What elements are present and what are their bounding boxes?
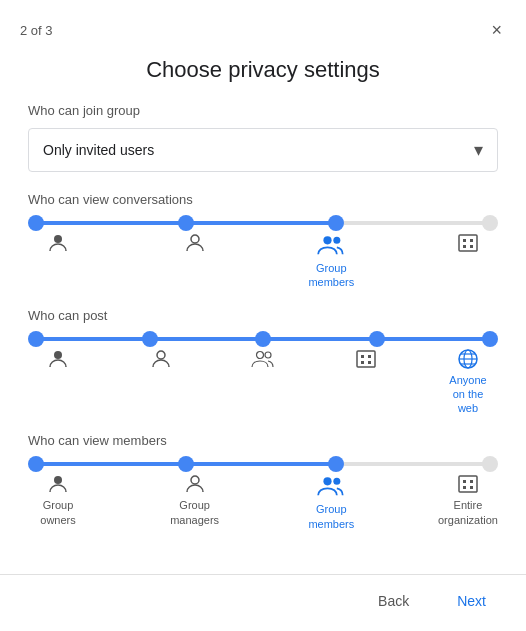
dialog-header: 2 of 3 × <box>0 0 526 45</box>
svg-rect-6 <box>470 239 473 242</box>
view-members-section: Who can view members Groupowners <box>28 433 498 531</box>
svg-point-0 <box>54 235 62 243</box>
view-option-managers: Groupmanagers <box>165 472 225 531</box>
members-label: Groupmembers <box>308 261 354 290</box>
svg-rect-7 <box>463 245 466 248</box>
globe-icon <box>456 347 480 371</box>
next-button[interactable]: Next <box>437 585 506 617</box>
view-members-slider[interactable] <box>36 462 490 466</box>
privacy-settings-dialog: 2 of 3 × Choose privacy settings Who can… <box>0 0 526 631</box>
dialog-footer: Back Next <box>0 574 526 631</box>
slider-option-org <box>438 231 498 290</box>
svg-rect-29 <box>470 480 473 483</box>
close-button[interactable]: × <box>487 16 506 45</box>
svg-rect-27 <box>459 476 477 492</box>
view-option-org: Entireorganization <box>438 472 498 531</box>
group-icon <box>317 231 345 259</box>
person-icon <box>46 231 70 255</box>
view-members-label: Who can view members <box>28 433 498 448</box>
dialog-title: Choose privacy settings <box>0 45 526 99</box>
view-conversations-label: Who can view conversations <box>28 192 498 207</box>
who-can-post-label: Who can post <box>28 308 498 323</box>
join-group-value: Only invited users <box>43 142 154 158</box>
post-option-owner <box>28 347 88 416</box>
slider-option-managers <box>165 231 225 290</box>
svg-rect-14 <box>361 355 364 358</box>
slider-option-owner <box>28 231 88 290</box>
group-icon-post <box>251 347 275 371</box>
view-conversations-slider[interactable] <box>36 221 490 225</box>
dialog-body: Who can join group Only invited users ▾ … <box>0 99 526 574</box>
web-label: Anyoneon theweb <box>449 373 486 416</box>
person-icon-owners <box>46 472 70 496</box>
view-members-group-label: Groupmembers <box>308 502 354 531</box>
who-can-post-section: Who can post <box>28 308 498 416</box>
svg-rect-16 <box>361 361 364 364</box>
post-option-web: Anyoneon theweb <box>438 347 498 416</box>
svg-point-3 <box>334 237 341 244</box>
person-outline-icon-post <box>149 347 173 371</box>
svg-rect-13 <box>357 351 375 367</box>
back-button[interactable]: Back <box>358 585 429 617</box>
owners-label: Groupowners <box>40 498 75 527</box>
who-can-post-slider[interactable] <box>36 337 490 341</box>
step-indicator: 2 of 3 <box>20 23 53 38</box>
svg-rect-8 <box>470 245 473 248</box>
building-icon <box>456 231 480 255</box>
dropdown-arrow-icon: ▾ <box>474 139 483 161</box>
join-group-label: Who can join group <box>28 103 498 118</box>
person-outline-icon <box>183 231 207 255</box>
view-members-options: Groupowners Groupmanagers Groupmembers <box>28 472 498 531</box>
svg-rect-31 <box>470 486 473 489</box>
svg-point-23 <box>54 476 62 484</box>
svg-point-2 <box>324 236 332 244</box>
svg-rect-15 <box>368 355 371 358</box>
view-conversations-options: Groupmembers <box>28 231 498 290</box>
post-option-managers <box>131 347 191 416</box>
svg-point-24 <box>191 476 199 484</box>
svg-point-26 <box>334 478 341 485</box>
view-option-members: Groupmembers <box>301 472 361 531</box>
svg-point-10 <box>157 351 165 359</box>
post-option-org <box>336 347 396 416</box>
svg-rect-5 <box>463 239 466 242</box>
building-icon-org <box>456 472 480 496</box>
person-outline-icon-managers <box>183 472 207 496</box>
svg-rect-30 <box>463 486 466 489</box>
svg-rect-17 <box>368 361 371 364</box>
view-option-owners: Groupowners <box>28 472 88 531</box>
person-icon-post <box>46 347 70 371</box>
svg-point-9 <box>54 351 62 359</box>
slider-option-members: Groupmembers <box>301 231 361 290</box>
group-icon-members <box>317 472 345 500</box>
join-group-dropdown[interactable]: Only invited users ▾ <box>28 128 498 172</box>
post-option-members <box>233 347 293 416</box>
org-label: Entireorganization <box>438 498 498 527</box>
svg-point-12 <box>265 352 271 358</box>
view-conversations-section: Who can view conversations <box>28 192 498 290</box>
building-icon-post <box>354 347 378 371</box>
svg-rect-4 <box>459 235 477 251</box>
managers-label: Groupmanagers <box>170 498 219 527</box>
who-can-post-options: Anyoneon theweb <box>28 347 498 416</box>
svg-point-25 <box>324 478 332 486</box>
svg-point-1 <box>191 235 199 243</box>
svg-rect-28 <box>463 480 466 483</box>
svg-point-11 <box>257 351 264 358</box>
